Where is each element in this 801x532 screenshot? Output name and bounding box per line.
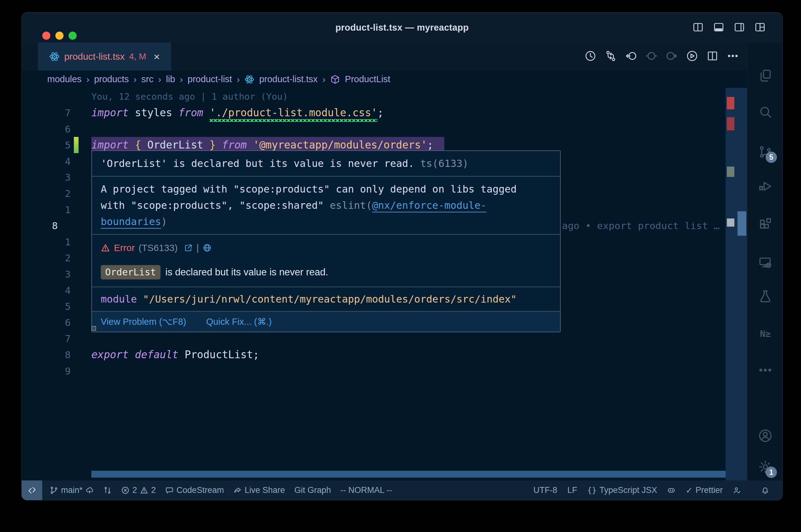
- remote-indicator[interactable]: [22, 480, 42, 500]
- search-icon[interactable]: [758, 105, 772, 119]
- timeline-history-icon[interactable]: [584, 50, 596, 63]
- line-number: 7: [22, 105, 71, 121]
- run-debug-icon[interactable]: [758, 179, 772, 193]
- more-actions-icon[interactable]: [727, 50, 739, 63]
- toggle-primary-sidebar-icon[interactable]: [692, 22, 704, 34]
- separator: |: [197, 240, 199, 256]
- scm-badge: 5: [766, 152, 777, 163]
- module-keyword: module: [101, 293, 137, 305]
- breadcrumb-item[interactable]: products: [94, 74, 129, 84]
- code-token: from: [222, 139, 247, 151]
- testing-beaker-icon[interactable]: [758, 289, 772, 304]
- git-graph-status[interactable]: Git Graph: [294, 486, 331, 495]
- chevron-right-icon: ›: [86, 74, 90, 85]
- horizontal-scrollbar[interactable]: [91, 471, 727, 478]
- chevron-right-icon: ›: [237, 74, 240, 85]
- more-views-icon[interactable]: [758, 363, 772, 377]
- breadcrumb-item[interactable]: src: [142, 74, 153, 84]
- explorer-icon[interactable]: [758, 69, 772, 83]
- code-token: [203, 107, 210, 119]
- toggle-panel-icon[interactable]: [713, 22, 724, 34]
- breadcrumb-item[interactable]: ProductList: [345, 74, 390, 84]
- code-token: export: [91, 348, 129, 361]
- problems-status[interactable]: 2 2: [121, 486, 156, 495]
- breadcrumb-item[interactable]: lib: [166, 74, 175, 84]
- settings-gear-icon[interactable]: 1: [758, 460, 772, 474]
- nav-circle-icon[interactable]: [645, 50, 657, 63]
- editor-pane[interactable]: 7 6 5 4 3 2 1 8 1 2 3 4 5 6 7 8 9 You, 1…: [22, 88, 747, 480]
- lint-squiggle: [209, 119, 377, 122]
- line-number: 2: [22, 185, 71, 202]
- view-problem-link[interactable]: View Problem (⌥F8): [101, 316, 186, 328]
- code-token: '@myreactapp/modules/orders': [253, 139, 427, 151]
- feedback-person-icon[interactable]: [733, 486, 741, 494]
- symbol-cube-icon: [330, 74, 340, 84]
- line-number: 1: [22, 234, 71, 250]
- vertical-scrollbar[interactable]: [726, 88, 747, 480]
- line-number: 5: [22, 298, 71, 315]
- nx-console-icon[interactable]: N≥: [758, 327, 772, 341]
- compare-changes-icon[interactable]: [605, 50, 617, 63]
- git-branch-status[interactable]: main*: [50, 486, 94, 495]
- prettier-status[interactable]: ✓ Prettier: [686, 486, 723, 495]
- ruler-change-mark: [727, 167, 734, 177]
- line-number-active: 8: [22, 217, 71, 234]
- comment-icon: [165, 486, 174, 494]
- code-token: {: [135, 139, 141, 151]
- source-control-icon[interactable]: 5: [758, 145, 772, 159]
- activity-bar: 5 N≥ 1: [747, 42, 783, 480]
- live-share-status[interactable]: Live Share: [233, 486, 285, 495]
- line-number: 3: [22, 169, 71, 185]
- line-number: 9: [22, 363, 71, 379]
- breadcrumb-item[interactable]: product-list.tsx: [259, 74, 317, 84]
- pipeline-status-icon[interactable]: [103, 486, 112, 494]
- toggle-secondary-sidebar-icon[interactable]: [734, 22, 745, 34]
- run-code-icon[interactable]: [686, 50, 698, 63]
- titlebar: product-list.tsx — myreactapp: [22, 13, 783, 42]
- code-token: default: [135, 348, 178, 361]
- line-number: 8: [22, 347, 71, 363]
- language-mode-status[interactable]: {} TypeScript JSX: [587, 486, 657, 495]
- code-token: }: [210, 139, 216, 151]
- quick-fix-link[interactable]: Quick Fix... (⌘.): [206, 316, 272, 328]
- code-token: ;: [377, 107, 384, 119]
- codestream-status[interactable]: CodeStream: [165, 486, 224, 495]
- tab-close-icon[interactable]: ×: [153, 51, 160, 62]
- tab-product-list[interactable]: product-list.tsx 4, M ×: [38, 42, 171, 71]
- eslint-rule-link[interactable]: boundaries: [101, 216, 161, 229]
- extensions-icon[interactable]: [758, 216, 772, 231]
- line-number: 5: [22, 137, 71, 153]
- vim-mode-indicator[interactable]: -- NORMAL --: [341, 486, 392, 495]
- eslint-source: eslint(: [330, 200, 372, 211]
- code-token: [247, 139, 253, 151]
- notifications-bell-icon[interactable]: [750, 486, 780, 494]
- warning-triangle-icon: [140, 486, 148, 494]
- copilot-status[interactable]: [667, 486, 675, 494]
- breadcrumb-item[interactable]: product-list: [188, 74, 232, 84]
- branch-name: main*: [61, 486, 83, 495]
- eslint-source: ): [161, 216, 167, 228]
- scrollbar-thumb[interactable]: [738, 211, 746, 236]
- external-link-icon[interactable]: [184, 244, 193, 252]
- breadcrumb-item[interactable]: modules: [47, 74, 82, 84]
- navigate-forward-icon[interactable]: [666, 50, 678, 63]
- copilot-icon: [667, 486, 675, 494]
- eol-status[interactable]: LF: [567, 486, 577, 495]
- chevron-right-icon: ›: [133, 74, 137, 85]
- tab-problems-badge: 4, M: [129, 52, 146, 61]
- eol-label: LF: [567, 486, 577, 495]
- encoding-status[interactable]: UTF-8: [533, 486, 558, 495]
- line-number: 4: [22, 282, 71, 299]
- code-token: [216, 139, 222, 151]
- popup-resize-grip[interactable]: [91, 326, 96, 331]
- globe-icon[interactable]: [203, 244, 212, 252]
- line-number: 6: [22, 121, 71, 137]
- customize-layout-icon[interactable]: [754, 22, 766, 34]
- gutter-change-bar: [74, 137, 78, 153]
- remote-explorer-icon[interactable]: [758, 255, 772, 270]
- navigate-back-icon[interactable]: [625, 50, 637, 63]
- eslint-rule-link[interactable]: @nx/enforce-module-: [372, 200, 487, 212]
- accounts-icon[interactable]: [758, 429, 772, 443]
- split-editor-icon[interactable]: [707, 50, 718, 63]
- code-line: import styles from './product-list.modul…: [91, 105, 384, 121]
